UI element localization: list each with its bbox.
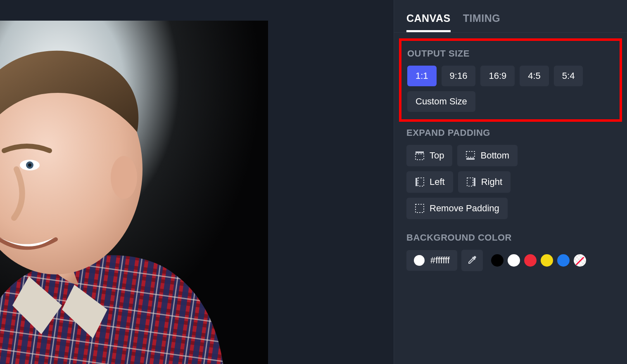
- padding-left-button[interactable]: Left: [406, 171, 453, 193]
- preset-white[interactable]: [508, 254, 520, 267]
- svg-point-12: [28, 163, 31, 167]
- svg-rect-18: [418, 178, 424, 186]
- svg-rect-19: [474, 178, 475, 186]
- svg-rect-14: [416, 154, 424, 160]
- preset-red[interactable]: [524, 254, 537, 267]
- background-color-input[interactable]: #ffffff: [406, 250, 457, 271]
- svg-rect-20: [467, 178, 473, 186]
- expand-padding-title: EXPAND PADDING: [406, 128, 615, 138]
- padding-top-button[interactable]: Top: [406, 145, 452, 166]
- ratio-1-1-button[interactable]: 1:1: [407, 66, 437, 86]
- background-color-value: #ffffff: [430, 255, 450, 266]
- panel-tabs: CANVAS TIMING: [394, 0, 627, 33]
- output-size-options: 1:1 9:16 16:9 4:5 5:4: [407, 66, 614, 86]
- padding-right-button[interactable]: Right: [458, 171, 511, 193]
- canvas-preview-area: [0, 0, 394, 364]
- current-color-swatch: [414, 255, 425, 266]
- ratio-9-16-button[interactable]: 9:16: [442, 66, 476, 86]
- padding-bottom-button[interactable]: Bottom: [457, 145, 518, 166]
- background-color-title: BACKGROUND COLOR: [406, 232, 615, 243]
- preset-black[interactable]: [491, 254, 504, 267]
- preset-transparent[interactable]: [574, 254, 586, 267]
- remove-padding-label: Remove Padding: [430, 204, 499, 213]
- padding-right-label: Right: [481, 177, 502, 187]
- ratio-4-5-button[interactable]: 4:5: [520, 66, 549, 86]
- svg-rect-16: [466, 151, 475, 157]
- side-panel: CANVAS TIMING OUTPUT SIZE 1:1 9:16 16:9 …: [394, 0, 627, 364]
- padding-top-icon: [415, 151, 425, 161]
- output-size-title: OUTPUT SIZE: [407, 48, 614, 59]
- svg-rect-15: [466, 158, 475, 160]
- padding-right-icon: [466, 177, 476, 187]
- custom-size-button[interactable]: Custom Size: [407, 91, 475, 112]
- remove-padding-icon: [415, 203, 425, 213]
- tab-canvas[interactable]: CANVAS: [406, 12, 451, 32]
- output-size-section-highlight: OUTPUT SIZE 1:1 9:16 16:9 4:5 5:4 Custom…: [399, 38, 622, 122]
- preview-image: [0, 21, 268, 364]
- eyedropper-icon: [467, 255, 477, 266]
- svg-rect-13: [416, 151, 424, 153]
- tab-timing[interactable]: TIMING: [463, 12, 501, 32]
- color-presets: [491, 254, 586, 267]
- svg-point-9: [111, 156, 137, 199]
- preset-yellow[interactable]: [541, 254, 553, 267]
- padding-top-label: Top: [430, 151, 444, 160]
- ratio-16-9-button[interactable]: 16:9: [480, 66, 515, 86]
- padding-bottom-icon: [466, 151, 475, 161]
- remove-padding-button[interactable]: Remove Padding: [406, 198, 508, 219]
- padding-left-icon: [415, 177, 425, 187]
- padding-left-label: Left: [430, 177, 445, 187]
- eyedropper-button[interactable]: [461, 250, 483, 271]
- preset-blue[interactable]: [557, 254, 570, 267]
- svg-rect-21: [416, 204, 424, 213]
- padding-bottom-label: Bottom: [480, 151, 509, 160]
- ratio-5-4-button[interactable]: 5:4: [554, 66, 583, 86]
- svg-rect-17: [416, 178, 417, 186]
